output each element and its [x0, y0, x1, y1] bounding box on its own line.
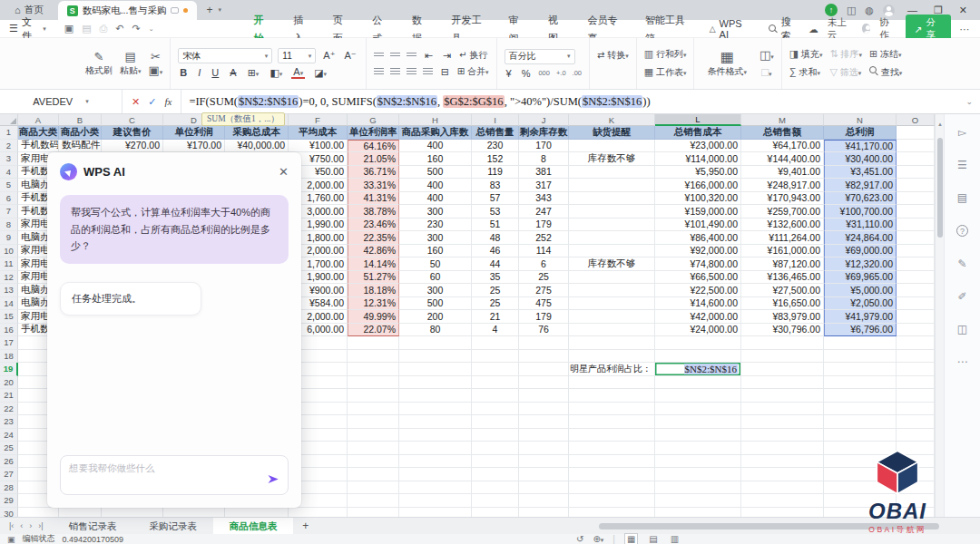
cell-H30[interactable]: [399, 508, 472, 518]
cell-N3[interactable]: ¥30,400.00: [824, 152, 897, 166]
row-number-5[interactable]: 5: [0, 179, 18, 192]
send-icon[interactable]: [267, 472, 280, 489]
cell-L29[interactable]: [655, 494, 741, 508]
row-number-25[interactable]: 25: [0, 442, 18, 455]
sheet-tab-0[interactable]: 销售记录表: [53, 518, 133, 534]
cell-H7[interactable]: 300: [399, 205, 472, 219]
column-header-O[interactable]: O: [897, 114, 935, 126]
row-number-18[interactable]: 18: [0, 350, 18, 364]
cell-L5[interactable]: ¥166,000.00: [655, 179, 741, 192]
column-header-I[interactable]: I: [472, 114, 519, 126]
cell-H20[interactable]: [399, 376, 472, 390]
name-box[interactable]: AVEDEV ▾: [0, 90, 122, 113]
cell-N14[interactable]: ¥2,050.00: [824, 297, 897, 311]
row-number-30[interactable]: 30: [0, 508, 18, 518]
cell-D30[interactable]: [163, 508, 225, 518]
cell-G3[interactable]: 21.05%: [348, 152, 399, 166]
cell-J2[interactable]: 170: [519, 140, 569, 153]
row-number-15[interactable]: 15: [0, 310, 18, 324]
scroll-up-icon[interactable]: ▲: [937, 121, 943, 127]
more-tools-icon[interactable]: ⋯: [957, 356, 968, 367]
cell-K27[interactable]: [569, 468, 655, 481]
cell-G16[interactable]: 22.07%: [348, 324, 399, 337]
cell-H13[interactable]: 300: [399, 284, 472, 297]
percent-format-icon[interactable]: %: [520, 68, 533, 79]
cell-N13[interactable]: ¥5,000.00: [824, 284, 897, 297]
increase-decimal-icon[interactable]: +.0: [556, 69, 566, 77]
cell-G4[interactable]: 36.71%: [348, 166, 399, 180]
cell-O14[interactable]: [897, 297, 935, 311]
cell-J5[interactable]: 317: [519, 179, 569, 192]
cell-H27[interactable]: [399, 468, 472, 481]
page-break-view-icon[interactable]: ▥: [669, 534, 681, 544]
column-header-H[interactable]: H: [399, 114, 472, 126]
cell-H5[interactable]: 400: [399, 179, 472, 192]
cell-L30[interactable]: [655, 508, 741, 518]
currency-format-icon[interactable]: ¥: [505, 68, 514, 79]
cell-G18[interactable]: [348, 350, 399, 364]
save-icon[interactable]: ▣: [64, 23, 74, 34]
cell-I18[interactable]: [472, 350, 519, 364]
prev-sheet-icon[interactable]: ‹: [20, 521, 23, 530]
cell-I21[interactable]: [472, 389, 519, 403]
cell-K20[interactable]: [569, 376, 655, 390]
column-header-F[interactable]: F: [289, 114, 348, 126]
cell-N11[interactable]: ¥12,320.00: [824, 257, 897, 271]
cell-K13[interactable]: [569, 284, 655, 297]
cell-O18[interactable]: [897, 350, 935, 364]
insert-function-icon[interactable]: fx: [164, 96, 172, 107]
cell-J30[interactable]: [519, 508, 569, 518]
first-sheet-icon[interactable]: |‹: [9, 521, 14, 530]
export-icon[interactable]: ▤: [82, 23, 91, 34]
cell-J9[interactable]: 252: [519, 231, 569, 245]
cell-K24[interactable]: [569, 429, 655, 442]
cell-J4[interactable]: 381: [519, 166, 569, 180]
cell-I13[interactable]: 25: [472, 284, 519, 297]
ai-prompt-input[interactable]: [61, 456, 288, 494]
cell-M7[interactable]: ¥259,700.00: [741, 205, 824, 219]
cell-O24[interactable]: [897, 429, 935, 442]
row-number-26[interactable]: 26: [0, 455, 18, 469]
cell-M27[interactable]: [741, 468, 824, 481]
conditional-format-button[interactable]: ▦ 条件格式▾: [701, 50, 752, 78]
cell-K11[interactable]: 库存数不够: [569, 257, 655, 271]
cell-O22[interactable]: [897, 403, 935, 416]
cell-N2[interactable]: ¥41,170.00: [824, 140, 897, 153]
cell-O13[interactable]: [897, 284, 935, 297]
row-number-23[interactable]: 23: [0, 415, 18, 429]
rows-cols-button[interactable]: ▥ 行和列▾: [644, 48, 687, 61]
row-number-28[interactable]: 28: [0, 481, 18, 495]
cell-C1[interactable]: 建议售价: [102, 126, 163, 140]
copy-icon[interactable]: ▣▾: [149, 64, 163, 76]
cell-K1[interactable]: 缺货提醒: [569, 126, 655, 140]
cell-H9[interactable]: 300: [399, 231, 472, 245]
cell-H22[interactable]: [399, 403, 472, 416]
cell-K12[interactable]: [569, 271, 655, 285]
decrease-font-icon[interactable]: A⁻: [342, 50, 358, 62]
cell-F30[interactable]: [289, 508, 348, 518]
sort-button[interactable]: ⇅ 排序▾: [829, 48, 862, 61]
cell-M1[interactable]: 总销售额: [741, 126, 824, 140]
cell-L20[interactable]: [655, 376, 741, 390]
select-all-corner[interactable]: [0, 114, 18, 126]
align-middle-icon[interactable]: [390, 53, 400, 58]
cell-J16[interactable]: 76: [519, 324, 569, 337]
find-button[interactable]: 查找▾: [869, 66, 902, 79]
cell-M22[interactable]: [741, 403, 824, 416]
cell-G5[interactable]: 33.31%: [348, 179, 399, 192]
more-menu-icon[interactable]: ⋯: [960, 24, 970, 34]
redo-icon[interactable]: ↷: [132, 23, 141, 34]
cell-I7[interactable]: 53: [472, 205, 519, 219]
cell-G15[interactable]: 49.99%: [348, 310, 399, 324]
cell-O10[interactable]: [897, 245, 935, 258]
cell-O19[interactable]: [897, 363, 935, 376]
cell-N4[interactable]: ¥3,451.00: [824, 166, 897, 180]
cell-H10[interactable]: 160: [399, 245, 472, 258]
cell-J12[interactable]: 25: [519, 271, 569, 285]
cell-I16[interactable]: 4: [472, 324, 519, 337]
cell-G12[interactable]: 51.27%: [348, 271, 399, 285]
cell-G1[interactable]: 单位利润率: [348, 126, 399, 140]
cell-L8[interactable]: ¥101,490.00: [655, 219, 741, 232]
cell-M11[interactable]: ¥87,120.00: [741, 257, 824, 271]
cell-F2[interactable]: ¥100.00: [289, 140, 348, 153]
